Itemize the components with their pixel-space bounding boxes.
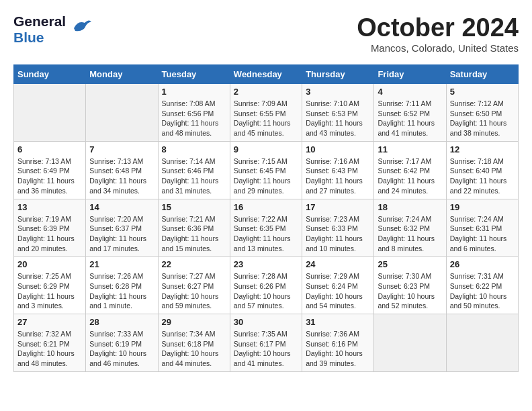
calendar-cell: 24Sunrise: 7:29 AMSunset: 6:24 PMDayligh…: [302, 257, 374, 314]
day-number: 2: [234, 87, 298, 97]
calendar-cell: [14, 84, 86, 142]
day-info: Sunrise: 7:23 AMSunset: 6:33 PMDaylight:…: [306, 214, 370, 254]
day-number: 27: [17, 317, 82, 327]
calendar-cell: 10Sunrise: 7:16 AMSunset: 6:43 PMDayligh…: [302, 141, 374, 199]
day-info: Sunrise: 7:29 AMSunset: 6:24 PMDaylight:…: [306, 271, 370, 311]
day-info: Sunrise: 7:08 AMSunset: 6:56 PMDaylight:…: [162, 99, 226, 138]
calendar-table: SundayMondayTuesdayWednesdayThursdayFrid…: [13, 64, 519, 372]
calendar-cell: 25Sunrise: 7:30 AMSunset: 6:23 PMDayligh…: [374, 257, 446, 314]
calendar-cell: 17Sunrise: 7:23 AMSunset: 6:33 PMDayligh…: [302, 199, 374, 257]
day-number: 25: [378, 259, 442, 269]
day-number: 19: [450, 202, 515, 212]
weekday-header-friday: Friday: [374, 65, 446, 84]
day-info: Sunrise: 7:26 AMSunset: 6:28 PMDaylight:…: [89, 271, 154, 311]
day-number: 18: [378, 202, 442, 212]
calendar-cell: 7Sunrise: 7:13 AMSunset: 6:48 PMDaylight…: [86, 141, 158, 199]
weekday-header-tuesday: Tuesday: [158, 65, 230, 84]
day-number: 22: [162, 259, 226, 269]
weekday-header-wednesday: Wednesday: [230, 65, 302, 84]
calendar-cell: 21Sunrise: 7:26 AMSunset: 6:28 PMDayligh…: [86, 257, 158, 314]
calendar-cell: 13Sunrise: 7:19 AMSunset: 6:39 PMDayligh…: [14, 199, 86, 257]
day-info: Sunrise: 7:35 AMSunset: 6:17 PMDaylight:…: [234, 329, 298, 369]
day-number: 20: [17, 259, 82, 269]
day-number: 5: [450, 87, 515, 97]
day-info: Sunrise: 7:09 AMSunset: 6:55 PMDaylight:…: [234, 99, 298, 138]
calendar-cell: 9Sunrise: 7:15 AMSunset: 6:45 PMDaylight…: [230, 141, 302, 199]
day-number: 16: [234, 202, 298, 212]
title-block: October 2024 Mancos, Colorado, United St…: [357, 13, 519, 54]
day-number: 9: [234, 144, 298, 154]
day-info: Sunrise: 7:27 AMSunset: 6:27 PMDaylight:…: [162, 271, 226, 311]
weekday-header-row: SundayMondayTuesdayWednesdayThursdayFrid…: [14, 65, 519, 84]
week-row-1: 1Sunrise: 7:08 AMSunset: 6:56 PMDaylight…: [14, 84, 519, 142]
calendar-cell: 23Sunrise: 7:28 AMSunset: 6:26 PMDayligh…: [230, 257, 302, 314]
day-info: Sunrise: 7:24 AMSunset: 6:32 PMDaylight:…: [378, 214, 442, 254]
calendar-cell: 1Sunrise: 7:08 AMSunset: 6:56 PMDaylight…: [158, 84, 230, 142]
day-info: Sunrise: 7:11 AMSunset: 6:52 PMDaylight:…: [378, 99, 442, 138]
calendar-cell: 18Sunrise: 7:24 AMSunset: 6:32 PMDayligh…: [374, 199, 446, 257]
calendar-cell: 16Sunrise: 7:22 AMSunset: 6:35 PMDayligh…: [230, 199, 302, 257]
logo: General Blue: [13, 13, 94, 45]
day-number: 12: [450, 144, 515, 154]
day-info: Sunrise: 7:21 AMSunset: 6:36 PMDaylight:…: [162, 214, 226, 254]
calendar-cell: 2Sunrise: 7:09 AMSunset: 6:55 PMDaylight…: [230, 84, 302, 142]
day-number: 29: [162, 317, 226, 327]
calendar-cell: 22Sunrise: 7:27 AMSunset: 6:27 PMDayligh…: [158, 257, 230, 314]
day-info: Sunrise: 7:10 AMSunset: 6:53 PMDaylight:…: [306, 99, 370, 138]
calendar-cell: [374, 314, 446, 372]
day-number: 23: [234, 259, 298, 269]
day-info: Sunrise: 7:30 AMSunset: 6:23 PMDaylight:…: [378, 271, 442, 311]
day-number: 26: [450, 259, 515, 269]
calendar-cell: [446, 314, 518, 372]
day-number: 30: [234, 317, 298, 327]
calendar-cell: 19Sunrise: 7:24 AMSunset: 6:31 PMDayligh…: [446, 199, 518, 257]
day-info: Sunrise: 7:32 AMSunset: 6:21 PMDaylight:…: [17, 329, 82, 369]
day-info: Sunrise: 7:25 AMSunset: 6:29 PMDaylight:…: [17, 271, 82, 311]
calendar-cell: 26Sunrise: 7:31 AMSunset: 6:22 PMDayligh…: [446, 257, 518, 314]
calendar-cell: 4Sunrise: 7:11 AMSunset: 6:52 PMDaylight…: [374, 84, 446, 142]
day-number: 13: [17, 202, 82, 212]
day-info: Sunrise: 7:34 AMSunset: 6:18 PMDaylight:…: [162, 329, 226, 369]
day-info: Sunrise: 7:20 AMSunset: 6:37 PMDaylight:…: [89, 214, 154, 254]
day-number: 8: [162, 144, 226, 154]
day-info: Sunrise: 7:12 AMSunset: 6:50 PMDaylight:…: [450, 99, 515, 138]
day-number: 3: [306, 87, 370, 97]
calendar-cell: 6Sunrise: 7:13 AMSunset: 6:49 PMDaylight…: [14, 141, 86, 199]
calendar-cell: 14Sunrise: 7:20 AMSunset: 6:37 PMDayligh…: [86, 199, 158, 257]
day-info: Sunrise: 7:16 AMSunset: 6:43 PMDaylight:…: [306, 156, 370, 196]
location: Mancos, Colorado, United States: [357, 42, 519, 54]
week-row-3: 13Sunrise: 7:19 AMSunset: 6:39 PMDayligh…: [14, 199, 519, 257]
day-info: Sunrise: 7:19 AMSunset: 6:39 PMDaylight:…: [17, 214, 82, 254]
day-info: Sunrise: 7:17 AMSunset: 6:42 PMDaylight:…: [378, 156, 442, 196]
calendar-cell: 27Sunrise: 7:32 AMSunset: 6:21 PMDayligh…: [14, 314, 86, 372]
logo-bird-icon: [69, 13, 94, 44]
day-info: Sunrise: 7:22 AMSunset: 6:35 PMDaylight:…: [234, 214, 298, 254]
calendar-cell: 31Sunrise: 7:36 AMSunset: 6:16 PMDayligh…: [302, 314, 374, 372]
day-number: 7: [89, 144, 154, 154]
calendar-cell: 30Sunrise: 7:35 AMSunset: 6:17 PMDayligh…: [230, 314, 302, 372]
calendar-cell: 8Sunrise: 7:14 AMSunset: 6:46 PMDaylight…: [158, 141, 230, 199]
day-number: 21: [89, 259, 154, 269]
day-info: Sunrise: 7:24 AMSunset: 6:31 PMDaylight:…: [450, 214, 515, 254]
calendar-cell: 20Sunrise: 7:25 AMSunset: 6:29 PMDayligh…: [14, 257, 86, 314]
day-info: Sunrise: 7:31 AMSunset: 6:22 PMDaylight:…: [450, 271, 515, 311]
calendar-cell: 12Sunrise: 7:18 AMSunset: 6:40 PMDayligh…: [446, 141, 518, 199]
day-info: Sunrise: 7:28 AMSunset: 6:26 PMDaylight:…: [234, 271, 298, 311]
day-number: 14: [89, 202, 154, 212]
week-row-5: 27Sunrise: 7:32 AMSunset: 6:21 PMDayligh…: [14, 314, 519, 372]
day-number: 4: [378, 87, 442, 97]
weekday-header-sunday: Sunday: [14, 65, 86, 84]
month-title: October 2024: [357, 13, 519, 42]
page-header: General Blue October 2024 Mancos, Colora…: [13, 13, 519, 54]
calendar-cell: 28Sunrise: 7:33 AMSunset: 6:19 PMDayligh…: [86, 314, 158, 372]
calendar-cell: 15Sunrise: 7:21 AMSunset: 6:36 PMDayligh…: [158, 199, 230, 257]
day-number: 17: [306, 202, 370, 212]
week-row-2: 6Sunrise: 7:13 AMSunset: 6:49 PMDaylight…: [14, 141, 519, 199]
day-number: 6: [17, 144, 82, 154]
day-info: Sunrise: 7:36 AMSunset: 6:16 PMDaylight:…: [306, 329, 370, 369]
day-number: 28: [89, 317, 154, 327]
day-info: Sunrise: 7:13 AMSunset: 6:49 PMDaylight:…: [17, 156, 82, 196]
week-row-4: 20Sunrise: 7:25 AMSunset: 6:29 PMDayligh…: [14, 257, 519, 314]
day-number: 31: [306, 317, 370, 327]
day-number: 24: [306, 259, 370, 269]
